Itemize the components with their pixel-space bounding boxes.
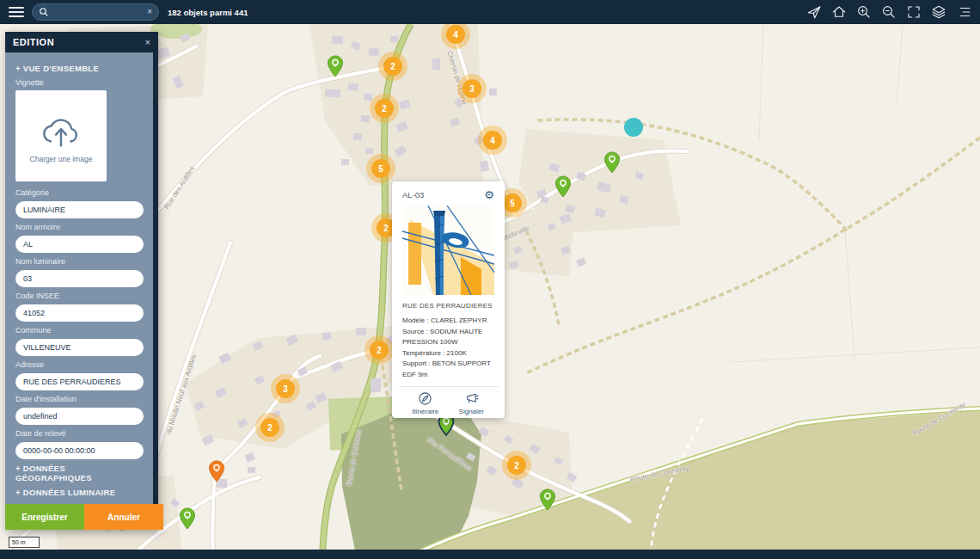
luminaire-pin[interactable] — [554, 175, 572, 198]
field-categorie: Catégorie — [15, 188, 144, 218]
vignette-label: Vignette — [15, 78, 144, 87]
field-nom-armoire: Nom armoire — [15, 223, 144, 253]
luminaire-pin[interactable] — [327, 55, 344, 77]
object-popup: AL-03 ⚙ RUE DES PERRAUDIERES Modèle : CL… — [392, 181, 505, 418]
megaphone-icon — [464, 391, 479, 406]
edition-panel: EDITION × + VUE D'ENSEMBLE Vignette Char… — [5, 32, 158, 530]
cluster-marker[interactable]: 2 — [383, 57, 402, 76]
fullscreen-icon[interactable] — [904, 3, 923, 22]
search-input[interactable] — [49, 8, 147, 16]
upload-label: Charger une image — [30, 155, 93, 163]
panel-footer: Enregistrer Annuler — [5, 504, 163, 530]
compass-icon — [418, 391, 432, 406]
teal-marker[interactable] — [624, 118, 643, 137]
clear-search-icon[interactable]: × — [147, 8, 152, 16]
cluster-marker[interactable]: 5 — [371, 159, 390, 178]
field-date-releve: Date de relevé — [15, 429, 144, 459]
section-donnees-geographiques[interactable]: + DONNÉES GÉOGRAPHIQUES — [15, 464, 144, 482]
zoom-out-icon[interactable] — [879, 3, 898, 22]
luminaire-pin[interactable] — [179, 507, 196, 530]
locate-icon[interactable] — [805, 3, 824, 22]
cluster-marker[interactable]: 2 — [260, 418, 279, 437]
legend-icon[interactable] — [954, 3, 973, 22]
results-count: 182 objets parmi 441 — [168, 8, 248, 17]
route-button[interactable]: Itinéraire — [402, 391, 449, 415]
cluster-marker[interactable]: 3 — [462, 79, 481, 98]
cluster-marker[interactable]: 2 — [370, 341, 389, 359]
field-adresse: Adresse — [15, 360, 144, 390]
code-insee-input[interactable] — [15, 304, 144, 322]
armoire-pin[interactable] — [208, 460, 225, 482]
upload-image-button[interactable]: Charger une image — [15, 90, 107, 181]
zoom-in-icon[interactable] — [854, 3, 873, 22]
panel-body: + VUE D'ENSEMBLE Vignette Charger une im… — [5, 52, 158, 504]
topbar: × 182 objets parmi 441 — [0, 0, 980, 24]
layers-icon[interactable] — [929, 3, 948, 22]
cluster-marker[interactable]: 4 — [446, 25, 465, 44]
cluster-marker[interactable]: 5 — [503, 194, 522, 212]
luminaire-illustration — [402, 206, 494, 295]
cloud-upload-icon — [35, 108, 87, 150]
close-icon[interactable]: × — [145, 37, 150, 47]
date-installation-input[interactable] — [15, 408, 144, 425]
commune-input[interactable] — [15, 339, 144, 356]
luminaire-pin[interactable] — [603, 151, 621, 174]
panel-header: EDITION × — [5, 32, 158, 52]
field-code-insee: Code INSEE — [15, 292, 144, 322]
search-box[interactable]: × — [32, 3, 159, 21]
scale-bar: 50 m — [9, 537, 40, 548]
popup-title: AL-03 — [402, 190, 484, 200]
nom-armoire-input[interactable] — [15, 236, 144, 253]
section-vue-densemble[interactable]: + VUE D'ENSEMBLE — [15, 64, 144, 73]
cluster-marker[interactable]: 2 — [507, 456, 526, 475]
adresse-input[interactable] — [15, 373, 144, 390]
categorie-input[interactable] — [15, 201, 144, 218]
popup-details: Modèle : CLAREL ZEPHYR Source : SODIUM H… — [402, 316, 494, 380]
cancel-button[interactable]: Annuler — [84, 504, 163, 530]
gear-icon[interactable]: ⚙ — [484, 189, 494, 200]
field-commune: Commune — [15, 326, 144, 356]
luminaire-pin[interactable] — [539, 488, 556, 511]
field-date-installation: Date d'installation — [15, 395, 144, 425]
cluster-marker[interactable]: 2 — [375, 99, 394, 118]
home-icon[interactable] — [830, 3, 848, 22]
nom-luminaire-input[interactable] — [15, 270, 144, 287]
search-icon — [39, 7, 49, 17]
bottom-bar — [0, 550, 980, 559]
report-button[interactable]: Signaler — [449, 391, 495, 415]
field-nom-luminaire: Nom luminaire — [15, 257, 144, 287]
date-releve-input[interactable] — [15, 442, 144, 459]
panel-title: EDITION — [13, 37, 145, 47]
section-donnees-luminaire[interactable]: + DONNÉES LUMINAIRE — [15, 488, 144, 497]
cluster-marker[interactable]: 3 — [276, 379, 295, 398]
save-button[interactable]: Enregistrer — [5, 504, 84, 530]
popup-address: RUE DES PERRAUDIERES — [402, 302, 494, 310]
cluster-marker[interactable]: 4 — [483, 131, 502, 150]
menu-icon[interactable] — [9, 7, 24, 18]
